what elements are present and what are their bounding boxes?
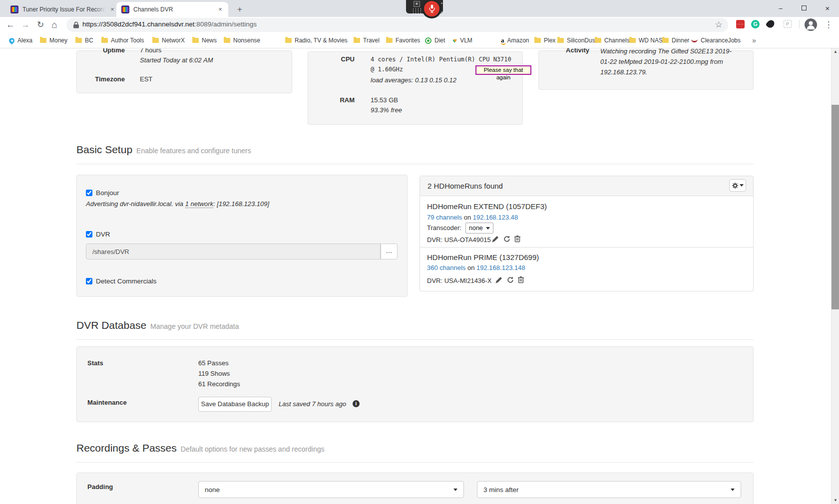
bonjour-checkbox[interactable] — [86, 190, 92, 196]
bookmark-favorites[interactable]: Favorites — [386, 33, 420, 48]
new-tab-button[interactable]: + — [234, 4, 246, 16]
section-subtitle: Manage your DVR metadata — [150, 322, 239, 330]
hdhomeruns-header: 2 HDHomeRuns found — [420, 176, 753, 196]
window-minimize-button[interactable]: – — [769, 0, 792, 16]
bookmarks-overflow-chevron[interactable]: » — [752, 33, 756, 48]
gear-icon — [732, 183, 738, 189]
bookmark-diet[interactable]: Diet — [425, 33, 445, 48]
tab-tuner-priority[interactable]: Tuner Priority Issue For Recording × — [6, 2, 116, 17]
chevron-down-icon — [740, 184, 744, 187]
section-title: DVR Database — [76, 319, 146, 331]
delete-trash-icon[interactable] — [514, 235, 520, 243]
tab-channels-dvr[interactable]: Channels DVR × — [116, 2, 228, 17]
window-close-button[interactable]: × — [816, 0, 839, 16]
activity-line: Watching recording The Gifted S02E13 201… — [600, 48, 732, 55]
edit-pencil-icon[interactable] — [495, 276, 502, 283]
tuner-ip-link[interactable]: 192.168.123.48 — [473, 214, 518, 221]
browse-path-button[interactable]: … — [381, 244, 398, 259]
info-icon[interactable]: i — [353, 400, 360, 407]
dvr-path-input[interactable] — [86, 244, 381, 259]
close-tab-icon[interactable]: × — [216, 5, 224, 13]
bookmark-alexa[interactable]: Alexa — [9, 33, 32, 48]
page-scrollbar[interactable]: ▲ ▼ — [831, 48, 839, 504]
refresh-icon[interactable] — [507, 276, 514, 283]
cpu-model: 4 cores / Intel(R) Pentium(R) CPU N3710 — [371, 56, 511, 63]
dictation-drag-handle-icon[interactable] — [412, 8, 421, 13]
chevron-down-icon — [731, 489, 735, 491]
refresh-icon[interactable] — [503, 236, 510, 243]
menu-icon[interactable]: ⋮ — [822, 18, 835, 31]
dictation-add-button[interactable]: + — [414, 1, 420, 7]
timezone-value: EST — [140, 75, 152, 83]
tuner-dvr-id: DVR: USA-MI21436-X — [427, 277, 491, 284]
widget-dot — [441, 11, 442, 13]
bookmark-bc[interactable]: BC — [75, 33, 93, 48]
padding-label: Padding — [87, 483, 113, 491]
scroll-up-arrow[interactable]: ▲ — [832, 48, 839, 55]
bookmark-nonsense[interactable]: Nonsense — [224, 33, 260, 48]
clearancejobs-icon — [691, 39, 698, 42]
channels-count-link[interactable]: 360 channels — [427, 264, 465, 271]
lastpass-extension-icon[interactable]: ∙∙∙∙ — [736, 20, 745, 28]
delete-trash-icon[interactable] — [518, 276, 524, 283]
bookmark-silicondust[interactable]: SiliconDust — [557, 33, 597, 48]
bookmarks-bar: Alexa Money BC Author Tools NetworX News… — [0, 33, 839, 48]
grammarly-extension-icon[interactable]: G — [751, 20, 760, 28]
stat-recordings: 61 Recordings — [198, 380, 240, 388]
tuner-channels-line: 360 channels on 192.168.123.148 — [427, 264, 525, 271]
network-count-link[interactable]: 1 network — [185, 200, 213, 208]
bookmark-news[interactable]: News — [192, 33, 217, 48]
save-database-backup-button[interactable]: Save Database Backup — [198, 397, 272, 412]
bookmark-channels[interactable]: Channels — [595, 33, 630, 48]
profile-avatar[interactable] — [805, 18, 817, 31]
folder-icon — [101, 38, 108, 43]
basic-setup-heading: Basic SetupEnable features and configure… — [76, 144, 251, 156]
forward-icon[interactable]: → — [19, 18, 32, 31]
edit-pencil-icon[interactable] — [492, 236, 499, 243]
close-tab-icon[interactable]: × — [108, 5, 116, 13]
amazon-icon: a — [501, 36, 504, 44]
bookmark-radio-tv-movies[interactable]: Radio, TV & Movies — [285, 33, 348, 48]
bookmark-wd-nas[interactable]: WD NAS — [629, 33, 663, 48]
cpu-label: CPU — [310, 55, 355, 63]
folder-icon — [354, 38, 360, 43]
vlm-heart-icon: ♥ — [453, 37, 457, 44]
reload-icon[interactable]: ↻ — [34, 18, 47, 31]
padding-before-select[interactable]: none — [198, 481, 464, 498]
transcoder-select[interactable]: none — [465, 223, 493, 234]
disabled-extension-icon[interactable]: P — [784, 20, 792, 28]
bookmark-networx[interactable]: NetworX — [152, 33, 185, 48]
padding-after-select[interactable]: 3 mins after — [477, 481, 741, 498]
microphone-button[interactable] — [424, 1, 439, 16]
scroll-down-arrow[interactable]: ▼ — [832, 497, 839, 504]
back-icon[interactable]: ← — [4, 18, 17, 31]
bookmark-amazon[interactable]: aAmazon — [501, 33, 529, 48]
tab-title: Channels DVR — [133, 6, 213, 13]
folder-icon — [224, 38, 230, 43]
detect-commercials-checkbox[interactable] — [86, 278, 92, 284]
bookmark-author-tools[interactable]: Author Tools — [101, 33, 144, 48]
timezone-label: Timezone — [75, 75, 125, 83]
bookmark-star-icon[interactable]: ☆ — [712, 18, 725, 31]
bookmark-travel[interactable]: Travel — [354, 33, 380, 48]
section-subtitle: Enable features and configure tuners — [136, 147, 251, 155]
dvr-checkbox[interactable] — [86, 231, 92, 238]
home-icon[interactable]: ⌂ — [48, 18, 61, 31]
scrollbar-thumb[interactable] — [832, 105, 839, 309]
transcoder-label: Transcoder: — [427, 224, 461, 232]
bookmark-money[interactable]: Money — [40, 33, 67, 48]
section-subtitle: Default options for new passes and recor… — [181, 445, 325, 453]
window-maximize-button[interactable] — [793, 0, 816, 16]
folder-icon — [192, 38, 199, 43]
bookmark-plex[interactable]: Plex — [534, 33, 555, 48]
tuner-name: HDHomeRun EXTEND (1057DEF3) — [427, 202, 547, 211]
bookmark-vlm[interactable]: ♥VLM — [453, 33, 472, 48]
tuner-settings-button[interactable] — [729, 179, 746, 192]
bookmark-dinner[interactable]: Dinner — [662, 33, 689, 48]
channels-count-link[interactable]: 79 channels — [427, 214, 462, 221]
channels-dvr-settings-page: Uptime 7 hours Started Today at 6:02 AM … — [0, 48, 831, 504]
ram-label: RAM — [310, 96, 355, 104]
tuner-ip-link[interactable]: 192.168.123.148 — [476, 264, 525, 271]
bookmark-clearancejobs[interactable]: ClearanceJobs — [691, 33, 741, 48]
uptime-value: 7 hours — [140, 48, 161, 54]
